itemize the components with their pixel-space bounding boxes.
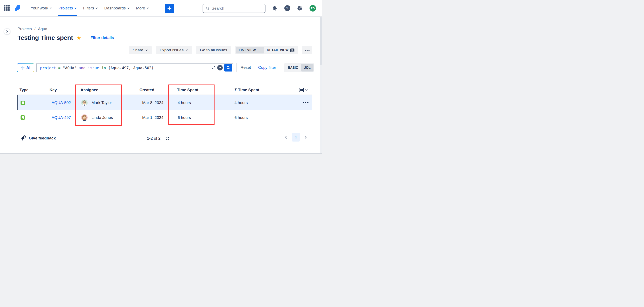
- global-search[interactable]: [202, 4, 266, 13]
- ai-sparkle-icon: [21, 66, 25, 70]
- breadcrumb-separator: /: [34, 27, 36, 31]
- export-issues-label: Export issues: [160, 48, 184, 52]
- main-menu: Your work Projects Filters Dashboards Mo…: [28, 0, 152, 16]
- list-view-icon: [258, 48, 261, 52]
- column-header-assignee[interactable]: Assignee: [80, 88, 138, 92]
- menu-projects[interactable]: Projects: [55, 0, 80, 16]
- view-switcher: LIST VIEW DETAIL VIEW: [235, 46, 298, 54]
- page-number-button[interactable]: 1: [292, 133, 300, 142]
- story-type-icon: [20, 101, 25, 105]
- avatar: TG: [310, 5, 316, 12]
- time-spent-value: 4 hours: [176, 100, 234, 105]
- chevron-down-icon: [74, 7, 77, 10]
- share-button[interactable]: Share: [129, 46, 152, 54]
- column-header-type[interactable]: Type: [17, 88, 48, 92]
- export-issues-button[interactable]: Export issues: [156, 46, 192, 54]
- create-issue-button[interactable]: [164, 4, 174, 13]
- ai-assist-button[interactable]: AI: [17, 63, 34, 72]
- chevron-down-icon: [146, 7, 149, 10]
- help-button[interactable]: ?: [284, 5, 290, 11]
- row-actions-button[interactable]: [303, 102, 308, 104]
- expand-sidebar-button[interactable]: [4, 28, 10, 34]
- user-avatar-button[interactable]: TG: [310, 5, 316, 12]
- menu-label: Your work: [30, 6, 48, 10]
- previous-page-button[interactable]: [283, 134, 289, 140]
- jira-logo[interactable]: [14, 4, 22, 12]
- expand-editor-button[interactable]: [212, 66, 216, 70]
- query-mode-switch: BASIC JQL: [284, 63, 314, 72]
- more-options-button[interactable]: [302, 46, 312, 54]
- detail-view-tab[interactable]: DETAIL VIEW: [264, 47, 297, 54]
- notifications-button[interactable]: [272, 6, 278, 11]
- created-date: Mar 8, 2024: [138, 100, 176, 105]
- filter-details-link[interactable]: Filter details: [90, 36, 114, 40]
- story-type-icon: [20, 115, 25, 120]
- favorite-star-icon[interactable]: ★: [76, 35, 81, 41]
- jql-help-button[interactable]: ?: [217, 65, 223, 70]
- scrollbar-thumb[interactable]: [320, 17, 322, 65]
- go-to-all-issues-button[interactable]: Go to all issues: [196, 46, 231, 54]
- toolbar: Share Export issues Go to all issues LIS…: [127, 46, 312, 54]
- table-row[interactable]: AQUA-497 Linda Jones Mar 1, 2024 6 hours…: [17, 110, 312, 125]
- column-header-created[interactable]: Created: [138, 88, 176, 92]
- next-page-button[interactable]: [303, 134, 308, 140]
- page-title: Testing Time spent: [18, 34, 73, 41]
- menu-your-work[interactable]: Your work: [28, 0, 55, 16]
- divider: [236, 63, 236, 72]
- basic-mode-tab[interactable]: BASIC: [285, 64, 301, 72]
- breadcrumb: Projects / Aqua: [18, 27, 47, 31]
- chevron-down-icon: [145, 49, 148, 52]
- chevron-down-icon: [186, 49, 188, 52]
- breadcrumb-aqua[interactable]: Aqua: [38, 27, 47, 31]
- chevron-right-icon: [6, 30, 8, 33]
- menu-filters[interactable]: Filters: [80, 0, 101, 16]
- time-spent-value: 6 hours: [176, 115, 234, 120]
- issue-key-link[interactable]: AQUA-502: [52, 100, 71, 105]
- refresh-button[interactable]: [165, 136, 170, 141]
- app-switcher-icon[interactable]: [4, 5, 10, 11]
- table-header: Type Key Assignee Created Time Spent Σ T…: [17, 85, 312, 95]
- search-input[interactable]: [212, 6, 258, 11]
- column-header-sum-time-spent[interactable]: Σ Time Spent: [234, 88, 298, 92]
- search-icon: [226, 66, 230, 70]
- menu-more[interactable]: More: [133, 0, 152, 16]
- menu-label: Filters: [83, 6, 94, 10]
- chevron-down-icon: [96, 7, 98, 10]
- detail-view-label: DETAIL VIEW: [267, 48, 288, 52]
- give-feedback-label: Give feedback: [29, 136, 56, 140]
- jql-input[interactable]: project = "AQUA" and issue in (Aqua-497,…: [36, 63, 234, 72]
- run-query-button[interactable]: [224, 64, 232, 72]
- expand-icon: [212, 66, 216, 70]
- configure-columns-button[interactable]: [298, 88, 308, 92]
- go-to-all-issues-label: Go to all issues: [200, 48, 227, 52]
- plus-icon: [167, 6, 172, 11]
- created-date: Mar 1, 2024: [138, 115, 176, 120]
- assignee-name: Mark Taylor: [92, 100, 112, 105]
- assignee-avatar: [81, 114, 88, 121]
- list-view-tab[interactable]: LIST VIEW: [236, 47, 264, 54]
- column-header-time-spent[interactable]: Time Spent: [176, 88, 234, 92]
- assignee-name: Linda Jones: [92, 115, 113, 120]
- jql-query-text: project = "AQUA" and issue in (Aqua-497,…: [40, 66, 212, 70]
- pagination: 1: [283, 133, 308, 142]
- list-view-label: LIST VIEW: [239, 48, 256, 52]
- sum-time-spent-value: 6 hours: [234, 115, 298, 120]
- copy-filter-link[interactable]: Copy filter: [258, 65, 276, 70]
- ellipsis-icon: [305, 50, 310, 51]
- columns-icon: [299, 88, 304, 92]
- menu-dashboards[interactable]: Dashboards: [101, 0, 133, 16]
- breadcrumb-projects[interactable]: Projects: [18, 27, 32, 31]
- top-navigation: Your work Projects Filters Dashboards Mo…: [0, 0, 322, 16]
- menu-label: Projects: [58, 6, 73, 10]
- reset-button[interactable]: Reset: [240, 65, 251, 70]
- jql-mode-tab[interactable]: JQL: [301, 64, 314, 72]
- scrollbar-track: [320, 17, 322, 153]
- give-feedback-button[interactable]: Give feedback: [21, 135, 56, 141]
- settings-button[interactable]: [297, 5, 303, 11]
- issue-key-link[interactable]: AQUA-497: [52, 115, 71, 120]
- chevron-down-icon: [127, 7, 130, 10]
- column-header-key[interactable]: Key: [48, 88, 80, 92]
- table-row[interactable]: AQUA-502 Mark Taylor Mar 8, 2024 4 hours…: [17, 95, 312, 110]
- ai-label: AI: [26, 66, 30, 70]
- share-label: Share: [133, 48, 144, 52]
